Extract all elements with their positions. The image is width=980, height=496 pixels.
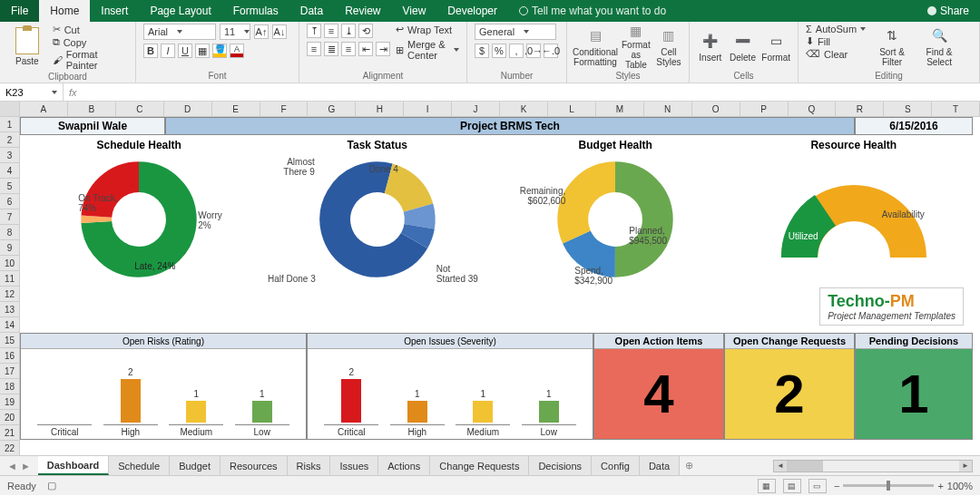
group-label: Cells <box>697 70 790 83</box>
sheet-tab-issues[interactable]: Issues <box>330 456 378 475</box>
copy-button[interactable]: ⧉Copy <box>53 36 128 48</box>
fill-color-button[interactable]: 🪣 <box>212 44 227 58</box>
sheet-tab-dashboard[interactable]: Dashboard <box>38 456 109 475</box>
find-select-button[interactable]: 🔍Find & Select <box>918 24 960 69</box>
normal-view-button[interactable]: ▦ <box>758 479 776 493</box>
merge-center-button[interactable]: ⊞Merge & Center <box>396 39 459 61</box>
sheet-tab-data[interactable]: Data <box>640 456 680 475</box>
underline-button[interactable]: U <box>178 44 192 58</box>
scissors-icon: ✂ <box>53 24 61 35</box>
tab-data[interactable]: Data <box>289 0 334 22</box>
tab-page-layout[interactable]: Page Layout <box>139 0 221 22</box>
brush-icon: 🖌 <box>53 54 63 65</box>
format-cells-button[interactable]: ▭Format <box>761 24 790 69</box>
tab-review[interactable]: Review <box>334 0 391 22</box>
format-as-table-button[interactable]: ▦Format as Table <box>622 24 651 69</box>
share-button[interactable]: Share <box>916 0 980 22</box>
autosum-button[interactable]: ΣAutoSum <box>806 24 866 34</box>
macro-record-icon[interactable]: ▢ <box>47 480 56 491</box>
open-risks-panel: Open Risks (Rating) Critical 2High 1Medi… <box>20 333 307 440</box>
open-action-items-panel: Open Action Items 4 <box>593 333 724 440</box>
cut-button[interactable]: ✂Cut <box>53 24 128 35</box>
page-break-view-button[interactable]: ▭ <box>808 479 827 493</box>
cell-styles-button[interactable]: ▥Cell Styles <box>656 24 681 69</box>
sigma-icon: Σ <box>806 24 812 34</box>
comma-button[interactable]: , <box>509 44 524 58</box>
delete-cells-button[interactable]: ➖Delete <box>730 24 757 69</box>
page-layout-view-button[interactable]: ▤ <box>783 479 801 493</box>
chevron-down-icon <box>52 91 57 94</box>
formula-input[interactable] <box>83 83 980 101</box>
row-headers[interactable]: 12345678910111213141516171819202122 <box>0 102 20 455</box>
tab-file[interactable]: File <box>0 0 39 22</box>
align-middle-button[interactable]: ≡ <box>324 24 338 38</box>
sheet-tab-change-requests[interactable]: Change Requests <box>430 456 529 475</box>
indent-inc-button[interactable]: ⇥ <box>376 42 390 56</box>
zoom-out-button[interactable]: − <box>834 481 839 491</box>
menu-tabs: File Home Insert Page Layout Formulas Da… <box>0 0 980 22</box>
sheet-tab-config[interactable]: Config <box>592 456 640 475</box>
indent-dec-button[interactable]: ⇤ <box>358 42 373 56</box>
align-right-button[interactable]: ≡ <box>341 42 356 56</box>
sheet-tab-actions[interactable]: Actions <box>378 456 430 475</box>
risks-bar-chart: Critical 2High 1Medium 1Low <box>21 349 306 439</box>
align-top-button[interactable]: ⤒ <box>307 24 321 38</box>
sort-filter-button[interactable]: ⇅Sort & Filter <box>871 24 913 69</box>
tab-insert[interactable]: Insert <box>90 0 139 22</box>
orientation-button[interactable]: ⟲ <box>358 24 373 38</box>
sheet-nav-next[interactable]: ► <box>21 461 31 472</box>
shrink-font-button[interactable]: A↓ <box>272 24 287 39</box>
insert-cells-button[interactable]: ➕Insert <box>697 24 724 69</box>
sheet-tab-risks[interactable]: Risks <box>288 456 331 475</box>
paste-button[interactable]: Paste <box>7 24 47 69</box>
italic-button[interactable]: I <box>161 44 175 58</box>
issues-bar-chart: 2Critical 1High 1Medium 1Low <box>308 349 593 439</box>
add-sheet-button[interactable]: ⊕ <box>680 460 698 472</box>
tab-home[interactable]: Home <box>39 0 90 22</box>
column-headers[interactable]: ABCDEFGHIJKLMNOPQRST <box>20 102 980 117</box>
clear-button[interactable]: ⌫Clear <box>806 48 866 60</box>
number-format-select[interactable]: General <box>475 24 556 40</box>
merge-icon: ⊞ <box>396 44 404 56</box>
chevron-down-icon <box>860 27 866 31</box>
inc-decimal-button[interactable]: .0→ <box>526 44 541 58</box>
fx-button[interactable]: fx <box>64 87 83 98</box>
zoom-slider[interactable] <box>843 484 934 487</box>
tab-formulas[interactable]: Formulas <box>222 0 289 22</box>
align-left-button[interactable]: ≡ <box>307 42 321 56</box>
horizontal-scrollbar[interactable]: ◄► <box>773 460 973 472</box>
sheet-tab-bar: ◄► Dashboard Schedule Budget Resources R… <box>0 455 980 475</box>
font-size-select[interactable]: 11 <box>220 24 250 40</box>
currency-button[interactable]: $ <box>475 44 489 58</box>
sheet-tab-decisions[interactable]: Decisions <box>529 456 592 475</box>
wrap-icon: ↩ <box>396 24 404 35</box>
dec-decimal-button[interactable]: ←.0 <box>544 44 558 58</box>
tab-view[interactable]: View <box>392 0 437 22</box>
grow-font-button[interactable]: A↑ <box>254 24 269 39</box>
fill-button[interactable]: ⬇Fill <box>806 35 866 47</box>
align-bottom-button[interactable]: ⤓ <box>341 24 356 38</box>
wrap-text-button[interactable]: ↩Wrap Text <box>396 24 459 35</box>
open-issues-panel: Open Issues (Severity) 2Critical 1High 1… <box>307 333 593 440</box>
sheet-tab-budget[interactable]: Budget <box>170 456 220 475</box>
person-icon <box>927 6 936 15</box>
font-name-select[interactable]: Arial <box>143 24 216 40</box>
format-painter-button[interactable]: 🖌Format Painter <box>53 49 128 71</box>
name-box[interactable]: K23 <box>0 83 64 101</box>
sheet-tab-resources[interactable]: Resources <box>220 456 288 475</box>
borders-button[interactable]: ▦ <box>195 44 210 58</box>
zoom-level[interactable]: 100% <box>947 481 973 491</box>
percent-button[interactable]: % <box>492 44 506 58</box>
sheet-nav-prev[interactable]: ◄ <box>7 461 17 472</box>
font-color-button[interactable]: A <box>230 44 244 58</box>
bold-button[interactable]: B <box>143 44 158 58</box>
tell-me[interactable]: Tell me what you want to do <box>508 0 677 22</box>
align-center-button[interactable]: ≣ <box>324 42 338 56</box>
chevron-down-icon <box>177 30 182 34</box>
sheet-tab-schedule[interactable]: Schedule <box>109 456 170 475</box>
group-label: Clipboard <box>7 71 128 83</box>
zoom-in-button[interactable]: + <box>937 481 943 491</box>
budget-health-chart: Budget Health Remaining, $602,600 Planne… <box>496 135 735 333</box>
conditional-formatting-button[interactable]: ▤Conditional Formatting <box>574 24 616 69</box>
tab-developer[interactable]: Developer <box>436 0 508 22</box>
